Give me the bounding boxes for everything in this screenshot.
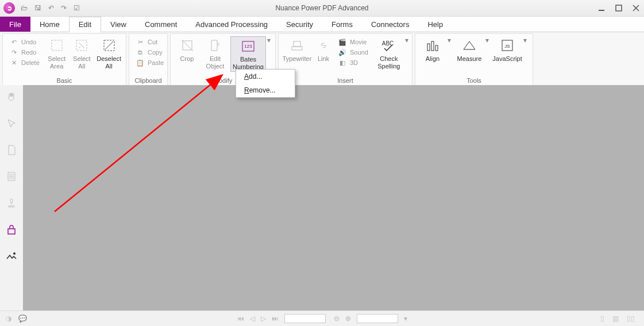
image-icon[interactable] — [5, 250, 18, 262]
copy-button[interactable]: ⧉Copy — [133, 48, 167, 57]
check-spelling-button[interactable]: ABC Check Spelling — [374, 36, 404, 71]
tab-file[interactable]: File — [0, 17, 30, 32]
svg-text:123: 123 — [244, 44, 252, 49]
3d-button[interactable]: ◧3D — [335, 58, 372, 67]
panel-toggle-icon[interactable]: ◑ — [6, 315, 11, 323]
save-icon[interactable]: 🖫 — [34, 4, 41, 12]
zoom-in-icon[interactable]: ⊕ — [345, 315, 351, 323]
align-caret[interactable]: ▾ — [446, 36, 452, 44]
edit-object-button[interactable]: Edit Object — [202, 36, 228, 71]
tab-advanced-processing[interactable]: Advanced Processing — [186, 17, 277, 32]
link-label: Link — [318, 55, 329, 63]
paste-button[interactable]: 📋Paste — [133, 58, 167, 67]
stamp-icon[interactable] — [5, 197, 18, 209]
single-page-icon[interactable]: ▯ — [600, 315, 604, 323]
open-icon[interactable]: 🗁 — [21, 4, 28, 12]
align-icon — [425, 37, 441, 53]
tab-help[interactable]: Help — [418, 17, 452, 32]
align-button[interactable]: Align — [419, 36, 446, 64]
svg-rect-1 — [616, 5, 622, 11]
options-icon[interactable]: ☑ — [74, 4, 80, 12]
facing-page-icon[interactable]: ▯▯ — [627, 315, 635, 323]
document-icon[interactable] — [5, 170, 18, 183]
measure-button[interactable]: Measure — [454, 36, 484, 64]
cut-icon: ✂ — [136, 38, 144, 46]
tab-comment[interactable]: Comment — [136, 17, 186, 32]
tab-security[interactable]: Security — [277, 17, 322, 32]
zoom-caret-icon[interactable]: ▾ — [404, 315, 407, 323]
menu-item-add[interactable]: AAdd...dd... — [236, 70, 295, 83]
hand-tool-icon[interactable] — [5, 91, 18, 103]
redo-button[interactable]: ↷Redo — [6, 48, 43, 57]
select-all-icon — [74, 37, 90, 53]
cube-icon: ◧ — [338, 59, 346, 67]
sound-button[interactable]: 🔊Sound — [335, 48, 372, 57]
left-sidebar — [0, 85, 24, 311]
tab-home[interactable]: Home — [30, 17, 69, 32]
svg-rect-16 — [431, 41, 434, 51]
zoom-controls: ⊖ ⊕ ▾ — [334, 314, 407, 323]
tab-connectors[interactable]: Connectors — [362, 17, 418, 32]
ribbon: ↶Undo ↷Redo ✕Delete Select Area Select A… — [0, 32, 644, 88]
cut-button[interactable]: ✂Cut — [133, 37, 167, 47]
tab-edit[interactable]: Edit — [69, 17, 101, 32]
menu-item-remove[interactable]: RRemove...emove... — [236, 83, 295, 97]
crop-button[interactable]: Crop — [174, 36, 200, 64]
bates-dropdown-caret[interactable]: ▾ — [266, 36, 272, 44]
svg-rect-15 — [427, 44, 430, 51]
cut-label: Cut — [148, 39, 157, 45]
undo-icon: ↶ — [10, 38, 18, 46]
tab-forms[interactable]: Forms — [322, 17, 362, 32]
redo-icon: ↷ — [10, 48, 18, 56]
undo-label: Undo — [21, 39, 36, 45]
measure-caret[interactable]: ▾ — [484, 36, 490, 44]
tab-view[interactable]: View — [101, 17, 136, 32]
minimize-button[interactable] — [597, 3, 606, 13]
sound-label: Sound — [350, 49, 368, 56]
select-all-button[interactable]: Select All — [71, 36, 94, 71]
undo-icon[interactable]: ↶ — [48, 4, 54, 12]
maximize-button[interactable] — [614, 3, 623, 13]
comment-icon[interactable]: 💬 — [18, 315, 27, 323]
delete-button[interactable]: ✕Delete — [6, 58, 43, 67]
movie-button[interactable]: 🎬Movie — [335, 37, 372, 47]
paste-label: Paste — [148, 59, 164, 66]
undo-button[interactable]: ↶Undo — [6, 37, 43, 47]
javascript-caret[interactable]: ▾ — [522, 36, 528, 44]
redo-icon[interactable]: ↷ — [61, 4, 67, 12]
first-page-icon[interactable]: ⏮ — [237, 315, 244, 323]
page-number-input[interactable] — [284, 314, 326, 323]
edit-object-label: Edit Object — [203, 55, 227, 70]
typewriter-button[interactable]: Typewriter — [282, 36, 312, 64]
deselect-all-button[interactable]: Deselect All — [95, 36, 122, 71]
window-controls — [597, 3, 641, 13]
select-area-button[interactable]: Select Area — [45, 36, 68, 71]
window-title: Nuance Power PDF Advanced — [0, 4, 644, 12]
typewriter-icon — [289, 37, 305, 53]
edit-object-icon — [207, 37, 223, 53]
svg-rect-12 — [292, 47, 302, 50]
crop-icon — [179, 37, 195, 53]
bates-numbering-button[interactable]: 123 Bates Numbering — [230, 36, 266, 72]
continuous-page-icon[interactable]: ▥ — [612, 315, 619, 323]
zoom-out-icon[interactable]: ⊖ — [334, 315, 340, 323]
select-tool-icon[interactable] — [5, 117, 18, 130]
typewriter-label: Typewriter — [283, 55, 312, 63]
check-spelling-caret[interactable]: ▾ — [404, 36, 410, 44]
javascript-button[interactable]: JS JavaScript — [492, 36, 522, 64]
next-page-icon[interactable]: ▷ — [261, 315, 266, 323]
close-button[interactable] — [631, 3, 641, 13]
zoom-input[interactable] — [357, 314, 398, 323]
prev-page-icon[interactable]: ◁ — [250, 315, 255, 323]
bates-icon: 123 — [240, 38, 256, 54]
movie-label: Movie — [350, 39, 367, 45]
group-insert-label: Insert — [279, 76, 412, 86]
title-bar: ➲ 🗁 🖫 ↶ ↷ ☑ Nuance Power PDF Advanced — [0, 0, 644, 17]
javascript-icon: JS — [499, 37, 515, 53]
quick-access-toolbar: 🗁 🖫 ↶ ↷ ☑ — [21, 4, 80, 12]
lock-icon[interactable] — [5, 223, 18, 236]
link-button[interactable]: Link — [314, 36, 333, 64]
copy-label: Copy — [148, 49, 163, 56]
page-icon[interactable] — [5, 144, 18, 156]
last-page-icon[interactable]: ⏭ — [272, 315, 279, 323]
